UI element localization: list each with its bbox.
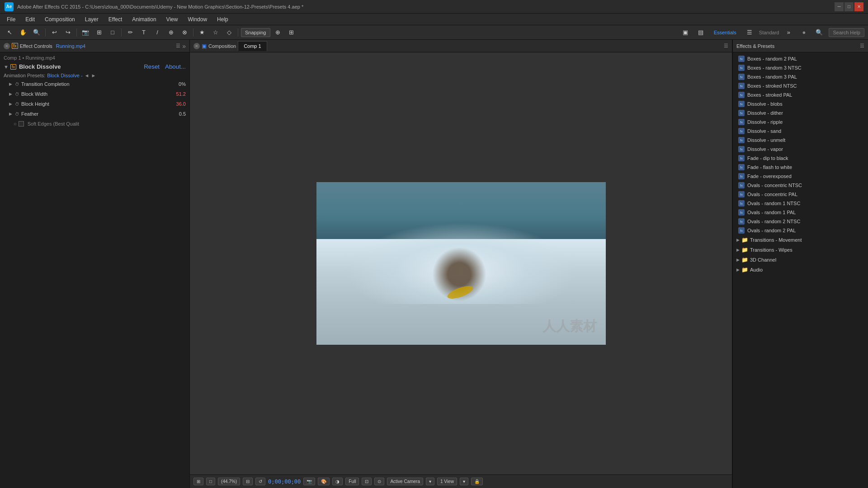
- effect-expand-triangle[interactable]: ▼: [4, 64, 9, 70]
- folder-audio[interactable]: ▶ 📁 Audio: [733, 265, 868, 275]
- effect-item-2[interactable]: fx Boxes - random 3 PAL: [733, 72, 868, 81]
- viewer-grid-btn[interactable]: ⊞: [193, 478, 203, 485]
- viewer-timecode[interactable]: 0;00;00;00: [268, 479, 301, 485]
- effect-item-11[interactable]: fx Fade - dip to black: [733, 154, 868, 163]
- record-btn[interactable]: ●: [798, 27, 810, 38]
- snap-toggle[interactable]: ⊕: [272, 27, 284, 38]
- effect-item-1[interactable]: fx Boxes - random 3 NTSC: [733, 63, 868, 72]
- prop-stopwatch-feather[interactable]: ⏱: [15, 112, 19, 117]
- viewer-camera-dropdown[interactable]: ▾: [426, 478, 434, 485]
- close-button[interactable]: ✕: [854, 2, 863, 11]
- hand-tool[interactable]: ✋: [17, 27, 29, 38]
- effect-item-18[interactable]: fx Ovals - random 2 NTSC: [733, 217, 868, 226]
- search-btn[interactable]: 🔍: [813, 27, 825, 38]
- viewer-region-btn[interactable]: ⊡: [362, 478, 372, 485]
- puppet3-tool[interactable]: ◇: [223, 27, 235, 38]
- menu-view[interactable]: View: [162, 15, 183, 24]
- prop-value-width[interactable]: 51.2: [168, 91, 186, 97]
- zoom-tool[interactable]: 🔍: [31, 27, 42, 38]
- effect-item-4[interactable]: fx Boxes - stroked PAL: [733, 90, 868, 99]
- viewer-lock-btn[interactable]: 🔒: [471, 478, 483, 485]
- viewer-refresh-btn[interactable]: ↺: [255, 478, 265, 485]
- effect-reset-button[interactable]: Reset: [144, 63, 160, 70]
- comp-panel-menu[interactable]: ☰: [724, 43, 728, 49]
- tool-icon-extra1[interactable]: ▣: [679, 27, 691, 38]
- viewer-snapshot-btn[interactable]: 📷: [303, 478, 315, 485]
- effect-item-14[interactable]: fx Ovals - concentric NTSC: [733, 181, 868, 190]
- menu-layer[interactable]: Layer: [80, 15, 103, 24]
- minimize-button[interactable]: ─: [835, 2, 844, 11]
- animation-presets-next[interactable]: ►: [91, 73, 96, 78]
- pen-tool[interactable]: ✏: [124, 27, 136, 38]
- prop-triangle-transition[interactable]: ▶: [9, 82, 12, 86]
- effect-item-0[interactable]: fx Boxes - random 2 PAL: [733, 54, 868, 63]
- prop-stopwatch-width[interactable]: ⏱: [15, 92, 19, 97]
- menu-effect[interactable]: Effect: [104, 15, 127, 24]
- prop-triangle-height[interactable]: ▶: [9, 102, 12, 106]
- paint-tool[interactable]: ⊗: [179, 27, 190, 38]
- search-help-input[interactable]: Search Help: [829, 28, 864, 37]
- soft-edges-checkbox[interactable]: [19, 121, 24, 127]
- menu-composition[interactable]: Composition: [40, 15, 80, 24]
- effect-item-15[interactable]: fx Ovals - concentric PAL: [733, 190, 868, 199]
- snap-option[interactable]: ⊞: [286, 27, 297, 38]
- effect-about-button[interactable]: About...: [165, 63, 186, 70]
- animation-presets-prev[interactable]: ◄: [85, 73, 90, 78]
- redo-tool[interactable]: ↪: [62, 27, 74, 38]
- viewer-color-btn[interactable]: 🎨: [318, 478, 330, 485]
- snapping-button[interactable]: Snapping: [241, 28, 270, 37]
- prop-value-transition[interactable]: 0%: [168, 81, 186, 87]
- prop-stopwatch-transition[interactable]: ⏱: [15, 82, 19, 87]
- effect-item-5[interactable]: fx Dissolve - blobs: [733, 99, 868, 108]
- comp-panel-close[interactable]: ✕: [193, 43, 200, 49]
- puppet-tool[interactable]: ★: [196, 27, 208, 38]
- undo-tool[interactable]: ↩: [48, 27, 60, 38]
- workspace-menu[interactable]: ☰: [744, 27, 755, 38]
- effect-item-8[interactable]: fx Dissolve - sand: [733, 127, 868, 136]
- folder-transitions-movement[interactable]: ▶ 📁 Transitions - Movement: [733, 235, 868, 245]
- maximize-button[interactable]: □: [844, 2, 854, 11]
- prop-triangle-width[interactable]: ▶: [9, 92, 12, 96]
- camera-tool[interactable]: 📷: [80, 27, 91, 38]
- viewer-safe-btn[interactable]: □: [206, 478, 215, 485]
- viewer-views-dropdown[interactable]: ▾: [460, 478, 468, 485]
- viewer-alpha-btn[interactable]: ◑: [332, 478, 343, 485]
- menu-window[interactable]: Window: [183, 15, 212, 24]
- viewer-zoom-selector[interactable]: (44.7%): [218, 478, 240, 485]
- viewer-camera-selector[interactable]: Active Camera: [387, 478, 423, 485]
- select-tool[interactable]: ↖: [4, 27, 15, 38]
- viewer-3d-btn[interactable]: ⊙: [374, 478, 384, 485]
- effects-library-menu[interactable]: ☰: [860, 43, 864, 49]
- grid-tool[interactable]: ⊞: [93, 27, 105, 38]
- comp-tab-comp1[interactable]: Comp 1: [238, 41, 267, 51]
- prop-value-height[interactable]: 36.0: [168, 101, 186, 107]
- effect-item-13[interactable]: fx Fade - overexposed: [733, 172, 868, 181]
- effect-item-19[interactable]: fx Ovals - random 2 PAL: [733, 226, 868, 235]
- panel-expander[interactable]: »: [783, 27, 794, 38]
- prop-stopwatch-height[interactable]: ⏱: [15, 102, 19, 107]
- folder-transitions-wipes[interactable]: ▶ 📁 Transitions - Wipes: [733, 245, 868, 255]
- panel-menu-button[interactable]: ☰: [176, 43, 180, 49]
- prop-value-feather[interactable]: 0.5: [168, 111, 186, 117]
- text-tool[interactable]: T: [138, 27, 150, 38]
- prop-triangle-feather[interactable]: ▶: [9, 112, 12, 116]
- folder-3d-channel[interactable]: ▶ 📁 3D Channel: [733, 255, 868, 265]
- menu-edit[interactable]: Edit: [21, 15, 39, 24]
- viewer-aspect-btn[interactable]: ⊟: [243, 478, 253, 485]
- tool-icon-extra2[interactable]: ▤: [695, 27, 707, 38]
- effect-item-3[interactable]: fx Boxes - stroked NTSC: [733, 81, 868, 90]
- effect-item-12[interactable]: fx Fade - flash to white: [733, 163, 868, 172]
- effect-item-17[interactable]: fx Ovals - random 1 PAL: [733, 208, 868, 217]
- shape-tool[interactable]: □: [107, 27, 118, 38]
- menu-file[interactable]: File: [2, 15, 20, 24]
- stamp-tool[interactable]: ⊕: [165, 27, 177, 38]
- effect-item-6[interactable]: fx Dissolve - dither: [733, 108, 868, 117]
- panel-close-button[interactable]: ✕: [4, 43, 10, 49]
- effect-item-7[interactable]: fx Dissolve - ripple: [733, 117, 868, 127]
- brush-tool[interactable]: /: [151, 27, 163, 38]
- effect-item-10[interactable]: fx Dissolve - vapor: [733, 145, 868, 154]
- effect-item-16[interactable]: fx Ovals - random 1 NTSC: [733, 199, 868, 208]
- viewer-quality-selector[interactable]: Full: [345, 478, 359, 485]
- workspace-essentials[interactable]: Essentials: [710, 28, 740, 37]
- effect-item-9[interactable]: fx Dissolve - unmelt: [733, 136, 868, 145]
